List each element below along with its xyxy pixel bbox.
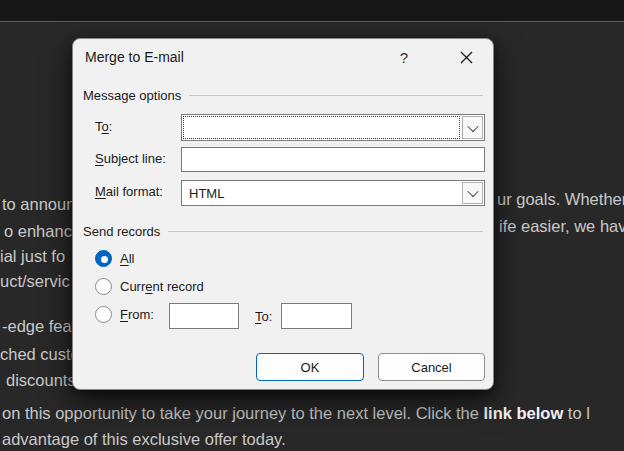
- ok-button[interactable]: OK: [256, 353, 364, 381]
- dialog-title: Merge to E-mail: [85, 49, 184, 65]
- group-divider: [168, 231, 483, 232]
- help-button[interactable]: ?: [393, 46, 415, 68]
- to-label: To:: [95, 119, 112, 134]
- document-text-fragment: o enhanc: [4, 222, 72, 242]
- group-divider: [189, 95, 483, 96]
- range-to-label: To:: [255, 309, 272, 324]
- document-text-fragment: ur goals. Whether: [497, 190, 624, 210]
- radio-selected-icon: [95, 250, 112, 267]
- close-button[interactable]: [451, 46, 481, 68]
- mail-format-value: HTML: [189, 186, 224, 201]
- document-text-fragment: -edge feat: [2, 317, 76, 337]
- document-text-fragment: uct/servic: [0, 272, 70, 292]
- mail-format-select[interactable]: HTML: [181, 180, 485, 206]
- radio-unselected-icon: [95, 278, 112, 295]
- document-text-fragment: to announ: [2, 195, 75, 215]
- mail-format-label: Mail format:: [95, 184, 163, 199]
- document-top-band: [0, 0, 624, 22]
- subject-line-input[interactable]: [181, 147, 485, 172]
- document-text-fragment: advantage of this exclusive offer today.: [2, 430, 286, 450]
- to-combobox[interactable]: [181, 114, 485, 141]
- radio-unselected-icon: [95, 306, 112, 323]
- to-dropdown-button[interactable]: [462, 116, 483, 139]
- send-records-header: Send records: [83, 224, 483, 239]
- document-text-fragment: ife easier, we hav: [499, 217, 624, 237]
- radio-all-label: All: [120, 251, 134, 266]
- mail-format-dropdown-button[interactable]: [462, 182, 483, 204]
- cancel-button[interactable]: Cancel: [378, 353, 485, 381]
- document-text-fragment: discounts: [6, 371, 76, 391]
- from-record-input[interactable]: [169, 303, 239, 329]
- help-icon: ?: [400, 49, 408, 66]
- radio-current-record[interactable]: Current record: [95, 278, 204, 295]
- close-icon: [460, 51, 473, 64]
- to-combobox-focus: [184, 117, 459, 138]
- radio-from-label: From:: [120, 307, 154, 322]
- chevron-down-icon: [467, 186, 478, 197]
- to-record-input[interactable]: [281, 303, 352, 329]
- document-text-fragment: ched custo: [0, 345, 80, 365]
- merge-to-email-dialog: Merge to E-mail ? Message options To: Su…: [72, 38, 494, 390]
- message-options-label: Message options: [83, 88, 181, 103]
- chevron-down-icon: [467, 120, 478, 131]
- message-options-header: Message options: [83, 88, 483, 103]
- radio-current-record-label: Current record: [120, 279, 204, 294]
- radio-all[interactable]: All: [95, 250, 134, 267]
- document-text-fragment: on this opportunity to take your journey…: [2, 404, 590, 424]
- send-records-label: Send records: [83, 224, 160, 239]
- subject-line-label: Subject line:: [95, 151, 166, 166]
- radio-from-range[interactable]: From:: [95, 306, 154, 323]
- document-text-fragment: ial just fo: [0, 247, 65, 267]
